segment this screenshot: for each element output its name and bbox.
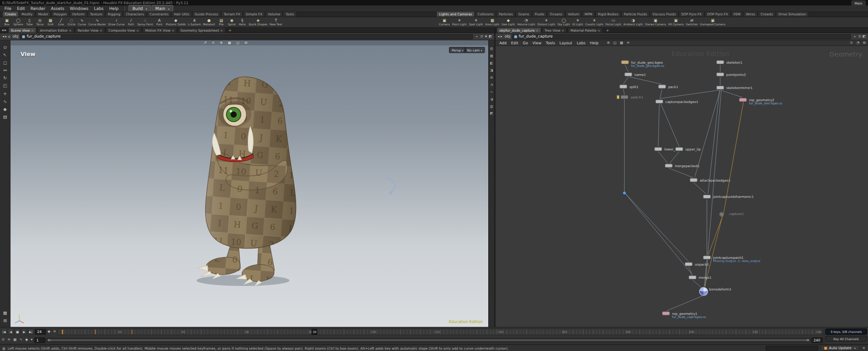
network-node[interactable]: jointcapturebiharmonic1 bbox=[703, 195, 711, 199]
color-palette-icon[interactable]: ◔ bbox=[856, 41, 860, 45]
node-shape[interactable] bbox=[716, 72, 724, 76]
shelf-tool[interactable]: ●Metaball bbox=[202, 18, 216, 26]
close-icon[interactable] bbox=[561, 28, 564, 32]
display-material-icon[interactable]: ◧ bbox=[490, 59, 493, 66]
shelf-tab[interactable]: Characters bbox=[123, 11, 146, 16]
shelf-tool[interactable]: ◯Sphere bbox=[12, 18, 24, 26]
pane-tab[interactable]: Scene View bbox=[8, 27, 37, 33]
node-shape[interactable] bbox=[699, 287, 708, 296]
pin-pane-icon[interactable]: ⊙ bbox=[858, 35, 862, 38]
overview-icon[interactable]: ⊙ bbox=[849, 41, 854, 45]
edit-curves-icon[interactable]: ∿ bbox=[3, 98, 7, 106]
menu-item[interactable]: Edit bbox=[509, 41, 521, 45]
shelf-tab[interactable]: Rigging bbox=[105, 11, 123, 16]
node-shape[interactable] bbox=[654, 147, 662, 151]
jump-to-start-button[interactable]: |◀ bbox=[1, 329, 7, 335]
audio-toggle-icon[interactable]: ∿ bbox=[19, 338, 23, 342]
network-node[interactable]: pack1 bbox=[658, 84, 666, 89]
split-network-icon[interactable]: ◫ bbox=[613, 41, 617, 45]
path-history-dropdown[interactable] bbox=[853, 35, 856, 38]
play-backwards-button[interactable]: ◀ bbox=[8, 329, 14, 335]
shelf-tool[interactable]: ▣VR Camera bbox=[667, 18, 684, 26]
shelf-tab[interactable]: Particles bbox=[496, 11, 515, 16]
menu-item[interactable]: Go bbox=[520, 41, 530, 45]
path-forward-icon[interactable]: ▸ bbox=[500, 35, 503, 38]
network-menu-icon[interactable]: ≡ bbox=[626, 41, 630, 45]
node-shape[interactable] bbox=[719, 212, 724, 217]
split-view-icon[interactable]: ◫ bbox=[236, 41, 240, 45]
close-icon[interactable] bbox=[99, 28, 102, 32]
display-lighting-icon[interactable]: ◨ bbox=[490, 66, 493, 74]
shelf-tab[interactable]: Create bbox=[2, 11, 19, 16]
shelf-tool[interactable]: ☀GI Light bbox=[571, 18, 585, 26]
network-node[interactable]: upper_lip bbox=[675, 147, 683, 151]
pane-tab[interactable]: Material Palette bbox=[568, 27, 603, 33]
node-shape[interactable] bbox=[716, 86, 724, 90]
menu-item[interactable]: Help bbox=[588, 41, 601, 45]
shelf-tab[interactable]: Terrain FX bbox=[221, 11, 243, 16]
shelf-tab[interactable]: Modify bbox=[19, 11, 36, 16]
network-node[interactable]: pointjoints2 bbox=[716, 72, 724, 76]
shelf-tool[interactable]: ◑Ambient Light bbox=[623, 18, 644, 26]
close-icon[interactable] bbox=[69, 28, 71, 32]
shelf-tool[interactable]: ▣Camera bbox=[438, 18, 451, 26]
shelf-tab[interactable]: Grains bbox=[516, 11, 532, 16]
display-uv-icon[interactable]: ▥ bbox=[490, 103, 493, 110]
jump-to-end-button[interactable]: ▶| bbox=[28, 329, 33, 335]
play-button[interactable]: ▶ bbox=[21, 329, 27, 335]
network-node[interactable]: name1 bbox=[624, 72, 632, 76]
node-shape[interactable] bbox=[675, 147, 683, 151]
translate-tool-icon[interactable]: ↔ bbox=[3, 67, 7, 75]
network-node[interactable]: switch1 bbox=[621, 95, 628, 99]
node-shape[interactable] bbox=[665, 164, 673, 168]
path-root-label[interactable]: obj bbox=[13, 34, 19, 39]
shelf-tab[interactable]: DOP Pyro FX bbox=[704, 11, 731, 16]
node-template-flag[interactable] bbox=[617, 95, 619, 99]
pane-tab[interactable]: Motion FX View bbox=[142, 27, 177, 33]
pane-options-icon[interactable]: ◩ bbox=[862, 35, 866, 38]
shelf-tool[interactable]: ∴Spray Paint bbox=[136, 18, 154, 26]
shelf-tool[interactable]: ▣Gamepad Camera bbox=[699, 18, 726, 26]
node-shape[interactable] bbox=[689, 276, 696, 280]
shelf-tool[interactable]: ◆Platonic Solids bbox=[165, 18, 187, 26]
node-shape[interactable] bbox=[716, 60, 724, 64]
path-field[interactable]: fur_dude_capture bbox=[20, 34, 473, 39]
grid-toggle-icon[interactable]: ▦ bbox=[3, 309, 7, 317]
stop-button[interactable]: ■ bbox=[14, 329, 20, 335]
monster-character[interactable]: 10JKIHG61110U2L016 bbox=[10, 40, 488, 327]
shelf-tab[interactable]: Lights and Cameras bbox=[436, 11, 475, 16]
camera-persp-selector[interactable]: Persp bbox=[449, 47, 466, 53]
node-shape[interactable] bbox=[658, 84, 666, 89]
shelf-tab[interactable]: Rigid Bodies bbox=[595, 11, 621, 16]
favorites-icon[interactable]: ★ bbox=[484, 35, 488, 38]
playback-range-slider[interactable] bbox=[47, 338, 811, 342]
shelf-tab[interactable]: Viscous Fluids bbox=[650, 11, 679, 16]
shelf-tool[interactable]: ◌Circle bbox=[66, 18, 76, 26]
node-shape[interactable] bbox=[619, 84, 627, 89]
select-geometry-icon[interactable]: ◻ bbox=[3, 59, 7, 67]
playbar-menu-icon[interactable]: ≡ bbox=[52, 330, 57, 333]
network-node[interactable]: rop_geometry2fur_dude_skel.bgeo.sc bbox=[739, 98, 747, 102]
network-options-icon[interactable]: ⊞ bbox=[862, 41, 866, 45]
keyframe-tick[interactable] bbox=[95, 329, 96, 334]
shelf-tool[interactable]: ◎Torus bbox=[35, 18, 45, 26]
shelf-tool[interactable]: ╱Line bbox=[56, 18, 66, 26]
node-shape[interactable] bbox=[685, 262, 693, 266]
close-icon[interactable] bbox=[598, 28, 600, 32]
shelf-tab[interactable]: Volume bbox=[265, 11, 283, 16]
new-tab-button[interactable]: + bbox=[227, 28, 234, 33]
display-wireframe-icon[interactable]: ▦ bbox=[490, 52, 493, 59]
close-icon[interactable] bbox=[172, 28, 175, 32]
network-node[interactable]: fur_dude_geo.bgeofur_dude_geo.bgeo.sc bbox=[621, 60, 629, 64]
menu-item[interactable]: View bbox=[530, 41, 544, 45]
shelf-tab[interactable]: Collisions bbox=[475, 11, 496, 16]
network-node[interactable]: capturepackedgeo1 bbox=[656, 99, 663, 103]
new-tab-button[interactable]: + bbox=[604, 28, 611, 33]
network-node[interactable]: skeletonmirror1 bbox=[716, 86, 724, 90]
shelf-tab[interactable]: Polygon bbox=[51, 11, 69, 16]
shelf-tab[interactable]: Crowds bbox=[758, 11, 775, 16]
key-all-channels-button[interactable]: Key All Channels bbox=[826, 336, 867, 342]
path-home-icon[interactable]: ⌂ bbox=[8, 35, 11, 38]
pane-options-icon[interactable]: ◩ bbox=[488, 35, 493, 38]
range-menu-icon[interactable]: ▾ bbox=[30, 338, 33, 342]
